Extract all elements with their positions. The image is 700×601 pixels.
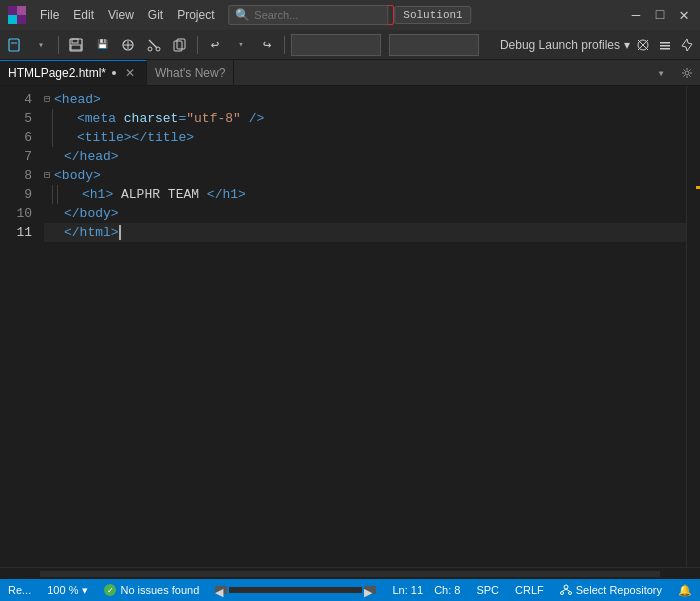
tab-whatsnew[interactable]: What's New? xyxy=(147,60,234,85)
debug-settings-icon[interactable] xyxy=(656,36,674,54)
text-cursor xyxy=(119,225,121,240)
svg-rect-22 xyxy=(660,48,670,50)
toolbar-sep-3 xyxy=(284,36,285,54)
code-line-11: </html> xyxy=(44,223,686,242)
bottom-right: Ln: 11 Ch: 8 SPC CRLF Select Repository … xyxy=(384,579,700,601)
svg-line-28 xyxy=(566,589,570,592)
toolbar-sep-2 xyxy=(197,36,198,54)
svg-point-24 xyxy=(564,585,568,589)
debug-start-icon[interactable] xyxy=(634,36,652,54)
tab-bar: HTMLPage2.html* ✕ What's New? ▾ xyxy=(0,60,700,86)
collapse-4[interactable]: ⊟ xyxy=(44,90,50,109)
search-input[interactable] xyxy=(254,9,374,21)
indent-guide-5 xyxy=(44,109,52,128)
hscroll-track[interactable] xyxy=(40,571,660,577)
toolbar-publish-btn[interactable] xyxy=(117,34,139,56)
code-line-4: ⊟ <head> xyxy=(44,90,686,109)
toolbar-sep-1 xyxy=(58,36,59,54)
debug-launch: Debug Launch profiles ▾ xyxy=(500,36,696,54)
zoom-level: 100 % xyxy=(47,584,78,596)
tab-htmlpage2[interactable]: HTMLPage2.html* ✕ xyxy=(0,60,147,85)
line-num-10: 10 xyxy=(0,204,32,223)
tab-htmlpage2-label: HTMLPage2.html* xyxy=(8,66,106,80)
repo-icon xyxy=(560,584,572,596)
toolbar-cut-btn[interactable] xyxy=(143,34,165,56)
toolbar-arrow-btn[interactable]: ▾ xyxy=(30,34,52,56)
hscroll-bar[interactable] xyxy=(229,587,362,593)
code-line-6: <title></title> xyxy=(44,128,686,147)
tab-modified-dot xyxy=(112,71,116,75)
tab-settings[interactable] xyxy=(674,60,700,86)
no-issues-icon: ✓ xyxy=(104,584,116,596)
minimize-button[interactable]: — xyxy=(628,7,644,23)
bell-icon: 🔔 xyxy=(678,584,692,597)
select-repo-btn[interactable]: Select Repository xyxy=(552,579,670,601)
ln-ch-display[interactable]: Ln: 11 Ch: 8 xyxy=(384,579,468,601)
svg-rect-21 xyxy=(660,45,670,47)
svg-rect-2 xyxy=(8,15,17,24)
toolbar-new-btn[interactable] xyxy=(4,34,26,56)
editor-content[interactable]: ⊟ <head> <meta charset = "utf-8" /> <tit… xyxy=(40,86,686,567)
toolbar-saveall-btn[interactable]: 💾 xyxy=(91,34,113,56)
tab-scroll-down[interactable]: ▾ xyxy=(648,60,674,86)
svg-rect-8 xyxy=(71,45,81,50)
scroll-right-btn[interactable]: ▶ xyxy=(364,586,376,594)
toolbar-platform-dropdown[interactable] xyxy=(389,34,479,56)
line-numbers: 4 5 6 7 8 9 10 11 xyxy=(0,86,40,567)
notifications-btn[interactable]: 🔔 xyxy=(670,579,700,601)
toolbar: ▾ 💾 ↩ ▾ ↪ De xyxy=(0,30,700,60)
line-num-9: 9 xyxy=(0,185,32,204)
encoding-label: SPC xyxy=(476,584,499,596)
tab-whatsnew-label: What's New? xyxy=(155,66,225,80)
line-num-7: 7 xyxy=(0,147,32,166)
tab-htmlpage2-close[interactable]: ✕ xyxy=(122,65,138,81)
line-num-5: 5 xyxy=(0,109,32,128)
close-button[interactable]: ✕ xyxy=(676,7,692,23)
line-num-8: 8 xyxy=(0,166,32,185)
debug-pin-icon[interactable] xyxy=(678,36,696,54)
toolbar-copy-btn[interactable] xyxy=(169,34,191,56)
svg-rect-1 xyxy=(17,6,26,15)
toolbar-undo-btn[interactable]: ↩ xyxy=(204,34,226,56)
line-num-4: 4 xyxy=(0,90,32,109)
solution-name[interactable]: Solution1 xyxy=(394,6,471,24)
no-issues-area: ✓ No issues found xyxy=(96,584,207,596)
toolbar-redo-btn[interactable]: ↪ xyxy=(256,34,278,56)
code-line-9: <h1> ALPHR TEAM </h1> xyxy=(44,185,686,204)
svg-point-23 xyxy=(685,71,689,75)
code-line-10: </body> xyxy=(44,204,686,223)
svg-rect-20 xyxy=(660,42,670,44)
source-control-btn[interactable]: Re... xyxy=(0,579,39,601)
code-line-8: ⊟ <body> xyxy=(44,166,686,185)
debug-launch-arrow[interactable]: ▾ xyxy=(624,38,630,52)
svg-point-14 xyxy=(156,47,160,51)
gutter-mark-warning xyxy=(696,186,700,189)
menu-git[interactable]: Git xyxy=(142,6,169,24)
toolbar-save-btn[interactable] xyxy=(65,34,87,56)
zoom-arrow-icon: ▾ xyxy=(82,584,88,597)
menu-edit[interactable]: Edit xyxy=(67,6,100,24)
search-icon: 🔍 xyxy=(235,8,250,23)
zoom-btn[interactable]: 100 % ▾ xyxy=(39,579,96,601)
code-line-5: <meta charset = "utf-8" /> xyxy=(44,109,686,128)
select-repo-label: Select Repository xyxy=(576,584,662,596)
encoding-btn[interactable]: SPC xyxy=(468,579,507,601)
svg-point-13 xyxy=(148,47,152,51)
right-gutter xyxy=(686,86,700,567)
debug-launch-label: Debug Launch profiles xyxy=(500,38,620,52)
title-bar: File Edit View Git Project Tools Extensi… xyxy=(0,0,700,30)
scroll-left-btn[interactable]: ◀ xyxy=(215,586,227,594)
toolbar-undo-arrow[interactable]: ▾ xyxy=(230,34,252,56)
menu-view[interactable]: View xyxy=(102,6,140,24)
maximize-button[interactable]: □ xyxy=(652,7,668,23)
svg-rect-0 xyxy=(8,6,17,15)
svg-line-27 xyxy=(562,589,566,592)
app-icon xyxy=(8,6,26,24)
hscroll-area xyxy=(0,567,700,579)
menu-file[interactable]: File xyxy=(34,6,65,24)
code-line-7: </head> xyxy=(44,147,686,166)
toolbar-config-dropdown[interactable] xyxy=(291,34,381,56)
eol-btn[interactable]: CRLF xyxy=(507,579,552,601)
menu-project[interactable]: Project xyxy=(171,6,220,24)
collapse-8[interactable]: ⊟ xyxy=(44,166,50,185)
